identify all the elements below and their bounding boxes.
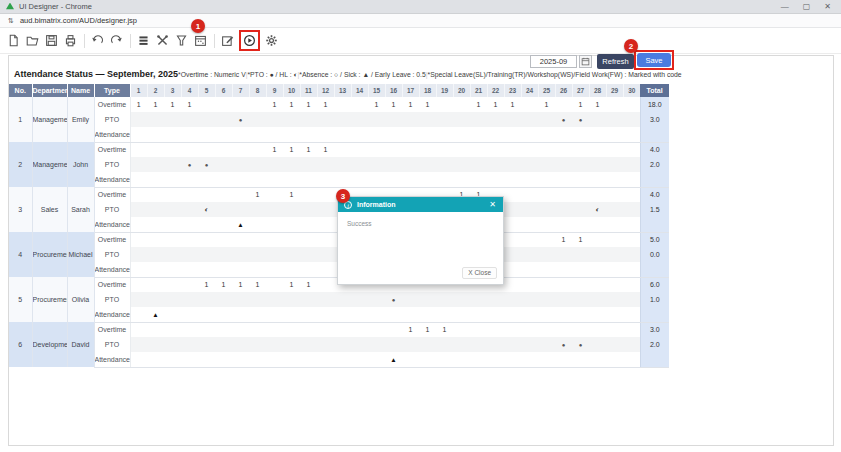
day-cell-2[interactable] — [147, 127, 164, 142]
day-cell-13[interactable] — [334, 322, 351, 337]
day-cell-1[interactable] — [130, 352, 147, 367]
day-cell-8[interactable] — [249, 127, 266, 142]
day-cell-12[interactable] — [317, 307, 334, 322]
day-cell-24[interactable] — [521, 172, 538, 187]
day-cell-25[interactable] — [538, 112, 555, 127]
day-cell-22[interactable] — [487, 157, 504, 172]
day-cell-30[interactable] — [623, 307, 640, 322]
close-button[interactable]: ✕ — [824, 0, 831, 14]
day-cell-19[interactable] — [436, 172, 453, 187]
day-cell-29[interactable] — [606, 172, 623, 187]
day-cell-10[interactable] — [283, 112, 300, 127]
day-cell-22[interactable] — [487, 172, 504, 187]
day-cell-30[interactable] — [623, 187, 640, 202]
day-cell-25[interactable] — [538, 127, 555, 142]
day-cell-23[interactable] — [504, 262, 521, 277]
day-cell-11[interactable] — [300, 157, 317, 172]
day-cell-24[interactable] — [521, 97, 538, 112]
day-cell-1[interactable] — [130, 202, 147, 217]
day-cell-5[interactable] — [198, 217, 215, 232]
day-cell-25[interactable] — [538, 307, 555, 322]
site-settings-icon[interactable]: ⇅ — [8, 17, 14, 25]
day-cell-17[interactable] — [402, 292, 419, 307]
day-cell-30[interactable] — [623, 142, 640, 157]
day-cell-11[interactable] — [300, 187, 317, 202]
day-cell-28[interactable] — [589, 157, 606, 172]
day-cell-6[interactable] — [215, 112, 232, 127]
day-cell-5[interactable] — [198, 262, 215, 277]
day-cell-21[interactable] — [470, 322, 487, 337]
day-cell-5[interactable] — [198, 112, 215, 127]
day-cell-6[interactable] — [215, 202, 232, 217]
day-cell-12[interactable] — [317, 157, 334, 172]
day-cell-21[interactable]: 1 — [470, 97, 487, 112]
day-cell-12[interactable]: 1 — [317, 97, 334, 112]
day-cell-6[interactable] — [215, 172, 232, 187]
day-cell-29[interactable] — [606, 322, 623, 337]
day-cell-28[interactable] — [589, 292, 606, 307]
day-cell-27[interactable] — [572, 277, 589, 292]
day-cell-13[interactable] — [334, 172, 351, 187]
day-cell-16[interactable] — [385, 307, 402, 322]
day-cell-12[interactable] — [317, 352, 334, 367]
day-cell-1[interactable] — [130, 262, 147, 277]
day-cell-10[interactable]: 1 — [283, 142, 300, 157]
day-cell-28[interactable] — [589, 352, 606, 367]
day-cell-15[interactable] — [368, 127, 385, 142]
day-cell-4[interactable] — [181, 112, 198, 127]
calendar-picker-button[interactable] — [579, 55, 592, 68]
day-cell-30[interactable] — [623, 337, 640, 352]
day-cell-12[interactable] — [317, 112, 334, 127]
day-cell-4[interactable]: ● — [181, 157, 198, 172]
day-cell-17[interactable] — [402, 157, 419, 172]
day-cell-29[interactable] — [606, 127, 623, 142]
day-cell-30[interactable] — [623, 217, 640, 232]
day-cell-28[interactable]: ◐ — [589, 202, 606, 217]
day-cell-24[interactable] — [521, 337, 538, 352]
day-cell-8[interactable]: 1 — [249, 277, 266, 292]
day-cell-17[interactable]: 1 — [402, 322, 419, 337]
day-cell-23[interactable] — [504, 337, 521, 352]
day-cell-2[interactable] — [147, 112, 164, 127]
dialog-close-x[interactable]: ✕ — [489, 200, 503, 209]
day-cell-8[interactable] — [249, 352, 266, 367]
day-cell-11[interactable] — [300, 217, 317, 232]
day-cell-19[interactable]: 1 — [436, 322, 453, 337]
day-cell-14[interactable] — [351, 142, 368, 157]
day-cell-16[interactable] — [385, 337, 402, 352]
day-cell-24[interactable] — [521, 322, 538, 337]
run-icon[interactable] — [242, 33, 257, 48]
day-cell-26[interactable] — [555, 127, 572, 142]
day-cell-26[interactable] — [555, 172, 572, 187]
day-cell-29[interactable] — [606, 277, 623, 292]
day-cell-2[interactable] — [147, 337, 164, 352]
day-cell-23[interactable] — [504, 352, 521, 367]
day-cell-18[interactable] — [419, 337, 436, 352]
day-cell-3[interactable] — [164, 187, 181, 202]
day-cell-9[interactable]: 1 — [266, 142, 283, 157]
day-cell-17[interactable] — [402, 352, 419, 367]
day-cell-4[interactable] — [181, 232, 198, 247]
day-cell-1[interactable] — [130, 307, 147, 322]
day-cell-18[interactable]: 1 — [419, 97, 436, 112]
day-cell-4[interactable]: 1 — [181, 97, 198, 112]
day-cell-23[interactable] — [504, 112, 521, 127]
maximize-button[interactable]: ▢ — [803, 0, 811, 14]
day-cell-16[interactable] — [385, 322, 402, 337]
day-cell-23[interactable] — [504, 232, 521, 247]
save-button[interactable]: Save — [637, 53, 671, 67]
day-cell-20[interactable] — [453, 337, 470, 352]
day-cell-28[interactable] — [589, 337, 606, 352]
day-cell-4[interactable] — [181, 352, 198, 367]
day-cell-5[interactable] — [198, 307, 215, 322]
day-cell-6[interactable] — [215, 247, 232, 262]
day-cell-15[interactable] — [368, 172, 385, 187]
day-cell-20[interactable] — [453, 142, 470, 157]
day-cell-29[interactable] — [606, 232, 623, 247]
day-cell-9[interactable] — [266, 112, 283, 127]
day-cell-7[interactable] — [232, 307, 249, 322]
day-cell-2[interactable] — [147, 322, 164, 337]
day-cell-14[interactable] — [351, 172, 368, 187]
day-cell-29[interactable] — [606, 247, 623, 262]
day-cell-21[interactable] — [470, 157, 487, 172]
